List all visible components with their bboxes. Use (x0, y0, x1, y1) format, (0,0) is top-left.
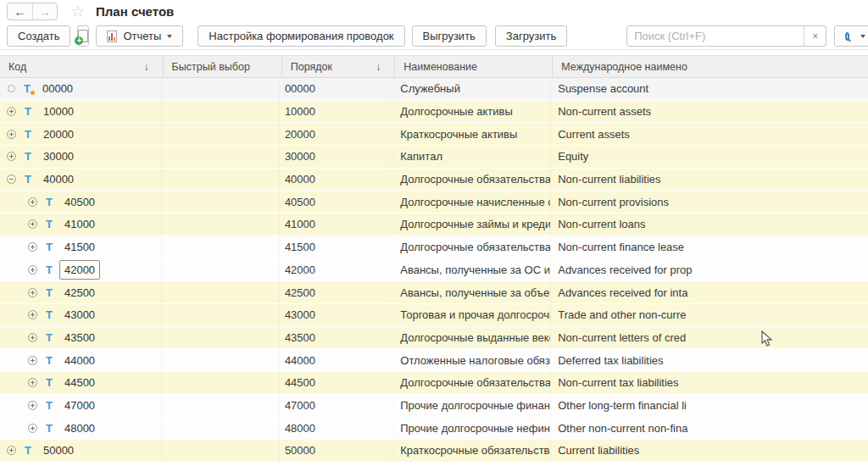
order-cell[interactable]: 42000 (280, 259, 392, 281)
quick-select-cell[interactable] (162, 417, 280, 439)
expand-icon[interactable] (7, 152, 16, 161)
table-row[interactable]: T 40000 40000 Долгосрочные обязательства… (0, 169, 868, 191)
expand-icon[interactable] (28, 197, 37, 207)
back-button[interactable]: ← (8, 3, 32, 19)
account-code[interactable]: 40000 (38, 169, 79, 189)
account-code[interactable]: 44500 (59, 373, 100, 392)
code-cell[interactable]: T 00000 (0, 78, 162, 100)
column-header-order[interactable]: Порядок ↓ (282, 56, 396, 77)
name-cell[interactable]: Прочие долгосрочные финансовые о… (392, 395, 551, 417)
table-row[interactable]: T 40500 40500 Долгосрочные начисленные о… (0, 191, 868, 214)
column-header-name[interactable]: Наименование (395, 56, 553, 77)
table-row[interactable]: T 30000 30000 Капитал Equity (0, 146, 868, 169)
table-row[interactable]: T 41500 41500 Долгосрочные обязательства… (0, 236, 868, 259)
name-cell[interactable]: Авансы, полученные за объекты НМА (392, 281, 551, 303)
column-header-quick-select[interactable]: Быстрый выбор (164, 56, 282, 77)
account-code[interactable]: 41500 (59, 237, 100, 257)
expand-icon[interactable] (28, 378, 37, 387)
expand-icon[interactable] (7, 130, 16, 139)
quick-select-cell[interactable] (162, 327, 280, 349)
order-cell[interactable]: 20000 (280, 123, 392, 145)
order-cell[interactable]: 44500 (280, 372, 392, 394)
code-cell[interactable]: T 40500 (0, 191, 162, 213)
name-cell[interactable]: Долгосрочные выданные векселя и п… (392, 327, 551, 349)
intl-name-cell[interactable]: Other long-term financial li (551, 395, 868, 417)
account-code[interactable]: 44000 (59, 351, 100, 370)
quick-select-cell[interactable] (162, 372, 280, 394)
account-code[interactable]: 41000 (59, 214, 100, 234)
expand-icon[interactable] (7, 107, 16, 116)
order-cell[interactable]: 48000 (280, 417, 392, 439)
code-cell[interactable]: T 41500 (0, 236, 162, 258)
name-cell[interactable]: Краткосрочные активы (392, 123, 551, 145)
code-cell[interactable]: T 44000 (0, 349, 162, 371)
name-cell[interactable]: Краткосрочные обязательства (392, 440, 551, 462)
code-cell[interactable]: T 42500 (0, 281, 162, 303)
account-code[interactable]: 40500 (59, 192, 100, 212)
name-cell[interactable]: Долгосрочные обязательства по фин… (392, 236, 551, 258)
account-code[interactable]: 50000 (38, 441, 79, 460)
table-row[interactable]: T 20000 20000 Краткосрочные активы Curre… (0, 123, 868, 146)
favorite-star-icon[interactable]: ☆ (70, 3, 85, 19)
name-cell[interactable]: Долгосрочные обязательства (392, 169, 551, 191)
create-group-button[interactable] (77, 25, 89, 47)
quick-select-cell[interactable] (162, 101, 280, 123)
name-cell[interactable]: Долгосрочные начисленные обязател… (392, 191, 551, 213)
order-cell[interactable]: 44000 (280, 349, 392, 371)
table-row[interactable]: T 50000 50000 Краткосрочные обязательств… (0, 440, 868, 463)
table-row[interactable]: T 42500 42500 Авансы, полученные за объе… (0, 281, 868, 304)
quick-select-cell[interactable] (162, 349, 280, 371)
name-cell[interactable]: Долгосрочные активы (392, 101, 551, 123)
order-cell[interactable]: 43500 (280, 327, 392, 349)
quick-select-cell[interactable] (162, 123, 280, 145)
intl-name-cell[interactable]: Deferred tax liabilities (551, 349, 868, 371)
name-cell[interactable]: Служебный (392, 78, 551, 100)
name-cell[interactable]: Отложенные налоговые обязательства (392, 349, 551, 371)
table-row[interactable]: T 43500 43500 Долгосрочные выданные векс… (0, 327, 868, 350)
quick-select-cell[interactable] (162, 395, 280, 417)
expand-icon[interactable] (28, 242, 37, 252)
quick-select-cell[interactable] (162, 214, 280, 236)
collapse-icon[interactable] (7, 175, 16, 184)
create-button[interactable]: Создать (7, 25, 70, 47)
leaf-circle-icon[interactable] (8, 85, 15, 92)
column-header-code[interactable]: Код ↓ (0, 56, 164, 77)
intl-name-cell[interactable]: Suspense account (551, 78, 868, 100)
account-code[interactable]: 20000 (38, 125, 79, 144)
name-cell[interactable]: Долгосрочные займы и кредиты (392, 214, 551, 236)
intl-name-cell[interactable]: Non-current loans (551, 214, 868, 236)
account-code[interactable]: 43000 (59, 305, 100, 325)
expand-icon[interactable] (7, 446, 16, 455)
intl-name-cell[interactable]: Equity (551, 146, 868, 168)
account-code[interactable]: 30000 (38, 147, 79, 166)
intl-name-cell[interactable]: Advances received for inta (551, 281, 868, 303)
intl-name-cell[interactable]: Other non-current non-fina (551, 417, 868, 439)
expand-icon[interactable] (28, 356, 37, 365)
order-cell[interactable]: 41000 (280, 214, 392, 236)
intl-name-cell[interactable]: Non-current letters of cred (551, 327, 868, 349)
name-cell[interactable]: Капитал (392, 146, 551, 168)
table-row[interactable]: T 48000 48000 Прочие долгосрочные нефина… (0, 417, 868, 440)
code-cell[interactable]: T 43500 (0, 327, 162, 349)
code-cell[interactable]: T 50000 (0, 440, 162, 462)
account-code[interactable]: 48000 (59, 419, 100, 438)
table-row[interactable]: T 00000 00000 Служебный Suspense account (0, 78, 868, 101)
intl-name-cell[interactable]: Advances received for prop (551, 259, 868, 281)
code-cell[interactable]: T 10000 (0, 101, 162, 123)
table-row[interactable]: T 42000 42000 Авансы, полученные за ОС и… (0, 259, 868, 282)
forward-button[interactable]: → (32, 3, 57, 19)
name-cell[interactable]: Авансы, полученные за ОС и объект… (392, 259, 551, 281)
table-row[interactable]: T 44000 44000 Отложенные налоговые обяза… (0, 349, 868, 372)
intl-name-cell[interactable]: Current assets (551, 123, 868, 145)
order-cell[interactable]: 10000 (280, 101, 392, 123)
intl-name-cell[interactable]: Non-current liabilities (551, 169, 868, 191)
expand-icon[interactable] (28, 219, 37, 229)
intl-name-cell[interactable]: Non-current provisions (551, 191, 868, 213)
order-cell[interactable]: 40000 (280, 169, 392, 191)
intl-name-cell[interactable]: Current liabilities (551, 440, 868, 462)
order-cell[interactable]: 42500 (280, 281, 392, 303)
quick-select-cell[interactable] (162, 440, 280, 462)
order-cell[interactable]: 00000 (280, 78, 392, 100)
order-cell[interactable]: 41500 (280, 236, 392, 258)
table-row[interactable]: T 41000 41000 Долгосрочные займы и креди… (0, 214, 868, 236)
